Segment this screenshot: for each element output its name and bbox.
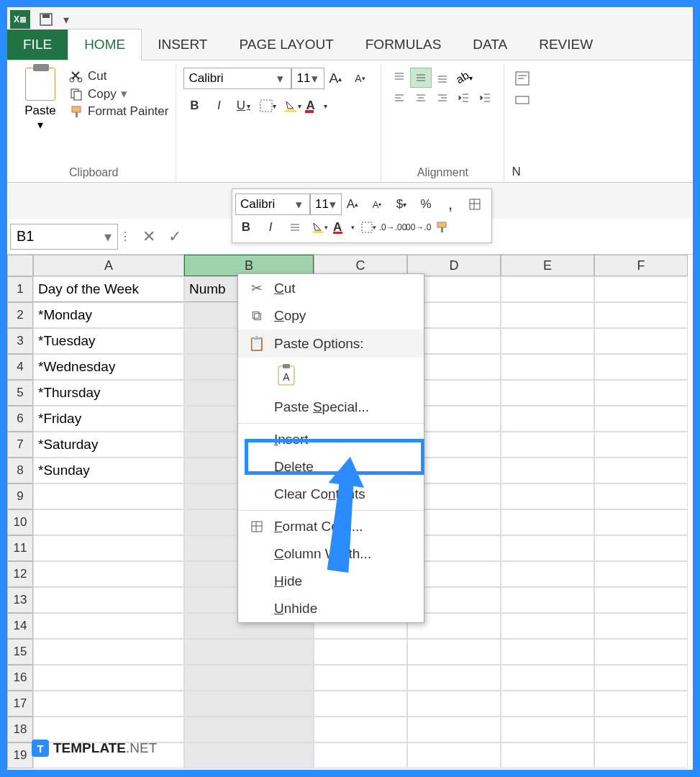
mini-currency[interactable]: $▾ — [391, 194, 412, 215]
cell[interactable] — [33, 613, 184, 639]
row-header[interactable]: 8 — [7, 458, 33, 483]
cell[interactable] — [501, 587, 594, 613]
align-right-button[interactable] — [432, 88, 453, 108]
copy-dropdown-icon[interactable]: ▾ — [121, 86, 127, 101]
cell[interactable] — [33, 639, 184, 665]
cell[interactable] — [501, 639, 594, 665]
cell[interactable] — [33, 535, 184, 561]
underline-button[interactable]: U▾ — [232, 95, 254, 117]
cell[interactable] — [501, 691, 594, 717]
row-header[interactable]: 4 — [7, 354, 33, 380]
mini-decrease-font[interactable]: A▾ — [366, 194, 388, 215]
name-box[interactable]: B1▾ — [10, 224, 118, 250]
cell[interactable] — [501, 561, 594, 587]
font-size-combo[interactable]: 11▾ — [291, 68, 324, 89]
cell[interactable]: *Sunday — [33, 458, 184, 483]
cell[interactable] — [314, 639, 407, 665]
cell[interactable] — [501, 380, 594, 406]
cell[interactable] — [33, 561, 184, 587]
orientation-button[interactable]: ab▾ — [453, 68, 475, 88]
format-painter-button[interactable]: Format Painter — [69, 104, 168, 119]
row-header[interactable]: 17 — [7, 691, 33, 717]
row-header[interactable]: 11 — [7, 535, 33, 561]
font-color-button[interactable]: A▾ — [306, 95, 327, 117]
chevron-down-icon[interactable]: ▾ — [273, 102, 276, 110]
cell[interactable] — [501, 432, 594, 458]
cell[interactable]: *Friday — [33, 406, 184, 432]
column-header[interactable]: E — [501, 255, 594, 276]
enter-formula-icon[interactable]: ✓ — [168, 227, 181, 246]
context-cut[interactable]: ✂ CuCutt — [238, 274, 424, 302]
context-clear-contents[interactable]: Clear Contents Clear Contents — [238, 481, 424, 508]
cell[interactable] — [501, 302, 594, 328]
column-header[interactable]: F — [594, 255, 688, 276]
decrease-indent-button[interactable] — [453, 88, 475, 108]
cell[interactable]: *Thursday — [33, 380, 184, 406]
cell[interactable] — [407, 665, 501, 691]
row-header[interactable]: 3 — [7, 328, 33, 354]
mini-italic[interactable]: I — [260, 217, 281, 238]
mini-percent[interactable]: % — [415, 194, 437, 215]
cell[interactable] — [594, 458, 688, 483]
cell[interactable] — [407, 742, 501, 768]
cell[interactable] — [33, 509, 184, 535]
cell[interactable] — [33, 717, 184, 742]
tab-file[interactable]: FILE — [7, 29, 68, 60]
cell[interactable] — [314, 717, 407, 742]
select-all-corner[interactable] — [7, 255, 33, 276]
row-header[interactable]: 9 — [7, 483, 33, 509]
cell[interactable] — [33, 665, 184, 691]
cell[interactable] — [314, 691, 407, 717]
save-icon[interactable] — [36, 10, 56, 29]
cell[interactable] — [184, 742, 314, 768]
chevron-down-icon[interactable]: ▾ — [247, 102, 250, 110]
paste-dropdown-icon[interactable]: ▾ — [37, 118, 43, 132]
cell[interactable] — [594, 302, 688, 328]
cell[interactable]: Day of the Week — [33, 276, 184, 302]
wrap-text-button[interactable] — [512, 68, 533, 89]
row-header[interactable]: 10 — [7, 509, 33, 535]
context-delete[interactable]: Delete — [238, 453, 424, 481]
cell[interactable] — [501, 535, 594, 561]
cell[interactable] — [501, 717, 594, 742]
row-header[interactable]: 12 — [7, 561, 33, 587]
context-unhide[interactable]: Unhide — [238, 595, 424, 622]
tab-formulas[interactable]: FORMULAS — [350, 29, 458, 60]
mini-font-color[interactable]: A▾ — [333, 217, 355, 238]
mini-format-cells[interactable] — [464, 194, 486, 215]
cell[interactable] — [594, 561, 688, 587]
cell[interactable] — [501, 406, 594, 432]
mini-size-combo[interactable]: 11▾ — [310, 194, 342, 215]
cell[interactable] — [594, 665, 688, 691]
cell[interactable] — [501, 328, 594, 354]
tab-insert[interactable]: INSERT — [142, 29, 223, 60]
fill-color-button[interactable]: ▾ — [281, 95, 303, 117]
row-header[interactable]: 2 — [7, 302, 33, 328]
mini-bold[interactable]: B — [235, 217, 257, 238]
cell[interactable] — [594, 742, 688, 768]
row-header[interactable]: 6 — [7, 406, 33, 432]
cell[interactable]: *Saturday — [33, 432, 184, 458]
cell[interactable] — [594, 380, 688, 406]
cell[interactable] — [594, 509, 688, 535]
cell[interactable]: *Tuesday — [33, 328, 184, 354]
row-header[interactable]: 7 — [7, 432, 33, 458]
cell[interactable] — [33, 587, 184, 613]
cell[interactable] — [594, 354, 688, 380]
cell[interactable] — [594, 691, 688, 717]
row-header[interactable]: 5 — [7, 380, 33, 406]
row-header[interactable]: 18 — [7, 717, 33, 742]
decrease-font-button[interactable]: A▾ — [349, 68, 371, 89]
mini-fill[interactable]: ▾ — [309, 217, 330, 238]
cell[interactable] — [501, 613, 594, 639]
tab-pagelayout[interactable]: PAGE LAYOUT — [223, 29, 349, 60]
mini-font-combo[interactable]: Calibri▾ — [235, 194, 310, 215]
paste-button[interactable]: Paste ▾ — [19, 68, 62, 132]
row-header[interactable]: 16 — [7, 665, 33, 691]
context-paste-default[interactable]: A — [238, 358, 424, 394]
align-top-button[interactable] — [388, 68, 410, 88]
mini-increase-decimal[interactable]: .0→.00 — [382, 217, 404, 238]
context-copy[interactable]: ⧉ Copy — [238, 302, 424, 330]
cell[interactable] — [594, 276, 688, 302]
mini-borders[interactable]: ▾ — [358, 217, 379, 238]
